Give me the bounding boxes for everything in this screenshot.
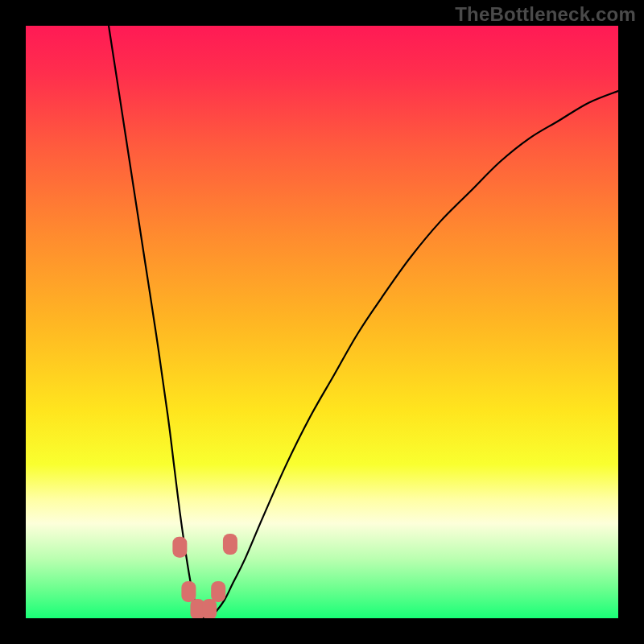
marker-dot [211, 581, 225, 602]
plot-area [26, 26, 618, 618]
outer-frame: TheBottleneck.com [0, 0, 644, 644]
watermark-text: TheBottleneck.com [455, 3, 636, 26]
chart-svg [26, 26, 618, 618]
marker-dot [223, 534, 237, 555]
gradient-background [26, 26, 618, 618]
marker-dot [202, 599, 217, 618]
marker-dot [181, 581, 196, 602]
marker-dot [172, 537, 187, 558]
